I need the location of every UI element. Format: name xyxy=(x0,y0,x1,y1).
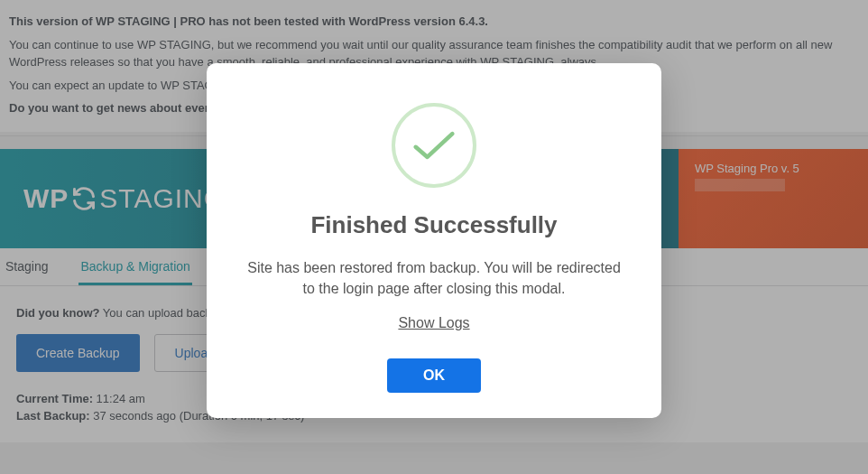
modal-title: Finished Successfully xyxy=(243,211,625,239)
modal-overlay: Finished Successfully Site has been rest… xyxy=(0,0,868,474)
modal-body: Site has been restored from backup. You … xyxy=(243,257,625,299)
check-icon xyxy=(392,103,476,188)
ok-button[interactable]: OK xyxy=(387,358,481,393)
success-modal: Finished Successfully Site has been rest… xyxy=(207,63,661,418)
show-logs-link[interactable]: Show Logs xyxy=(398,315,469,331)
